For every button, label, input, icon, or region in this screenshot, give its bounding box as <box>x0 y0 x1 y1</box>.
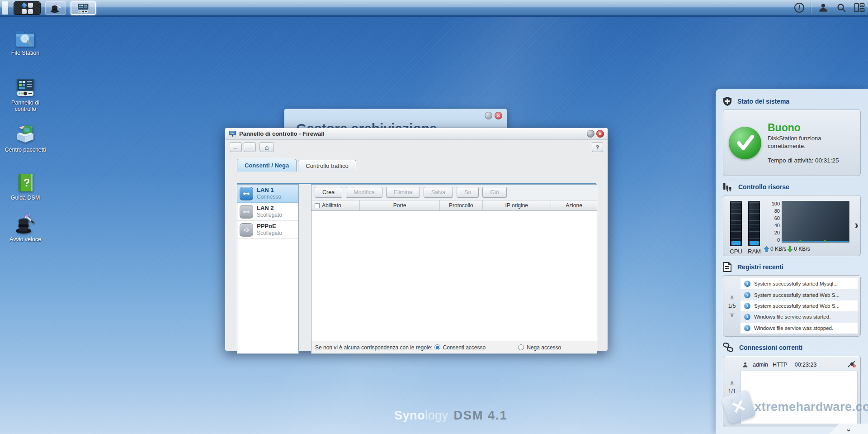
page-indicator: 1/5 <box>728 303 736 309</box>
back-button[interactable]: ← <box>230 142 242 152</box>
desktop-icon-label: Centro pacchetti <box>5 147 46 153</box>
page-indicator: 1/1 <box>728 388 736 395</box>
file-station-icon <box>14 27 36 48</box>
desktop-icon-package-center[interactable]: Centro pacchetti <box>5 123 46 153</box>
show-desktop-button[interactable] <box>2 1 8 14</box>
current-connections-header: Connessioni correnti <box>723 341 861 354</box>
rules-toolbar: Crea Modifica Elimina Salva Su Giù <box>311 185 597 200</box>
taskbar-separator <box>811 2 811 14</box>
info-icon: i <box>744 314 750 320</box>
edit-button[interactable]: Modifica <box>346 187 382 198</box>
tab-controllo-traffico[interactable]: Controllo traffico <box>298 160 356 172</box>
column-label: Protocollo <box>449 202 473 209</box>
user-menu-icon[interactable] <box>817 2 829 14</box>
svg-text:?: ? <box>24 176 30 189</box>
resource-monitor-card: CPU RAM 10080 6040 200 0 KB/s 0 KB/s › <box>723 195 861 256</box>
disconnect-icon[interactable] <box>848 361 856 369</box>
chevron-down-icon: ⌄ <box>846 425 852 433</box>
connection-protocol: HTTP <box>773 362 788 368</box>
shield-icon <box>723 96 732 106</box>
radio-selected-icon[interactable] <box>434 344 440 350</box>
move-down-button[interactable]: Giù <box>482 187 506 198</box>
uptime-label: Tempo di attività: <box>768 157 813 164</box>
tab-consenti-nega[interactable]: Consenti / Nega <box>237 159 297 172</box>
interface-item-lan2[interactable]: LAN 2 Scollegato <box>237 203 298 221</box>
save-button[interactable]: Salva <box>424 187 453 198</box>
chain-link-icon <box>723 343 734 353</box>
page-down-icon[interactable]: ∨ <box>730 312 734 318</box>
connection-user: admin <box>753 362 768 368</box>
home-button[interactable]: ⌂ <box>259 142 274 152</box>
desktop-icon-quick-start[interactable]: Avvio veloce <box>5 214 46 243</box>
search-icon[interactable] <box>835 2 847 14</box>
interface-item-pppoe[interactable]: PPPoE Scollegato <box>237 221 298 239</box>
window-titlebar[interactable]: Pannello di controllo - Firewall ✕ <box>225 128 608 140</box>
system-status-value: Buono <box>768 122 842 134</box>
upload-speed: 0 KB/s <box>770 246 786 252</box>
system-status-description: DiskStation funziona correttamente. <box>768 135 842 150</box>
widget-title: Controllo risorse <box>738 183 789 191</box>
delete-button[interactable]: Elimina <box>386 187 420 198</box>
page-up-icon[interactable]: ∧ <box>730 294 734 300</box>
widget-panel: Stato del sistema Buono DiskStation funz… <box>716 89 868 434</box>
select-all-checkbox[interactable] <box>315 203 320 208</box>
page-up-icon[interactable]: ∧ <box>730 380 734 386</box>
desktop-icon-dsm-help[interactable]: ? Guida DSM <box>5 173 46 201</box>
interface-status: Scollegato <box>257 230 282 237</box>
column-header-abilitato[interactable]: Abilitato <box>311 200 360 210</box>
tab-strip: Consenti / Nega Controllo traffico <box>225 160 608 172</box>
document-icon <box>723 262 732 272</box>
radio-unselected-icon[interactable] <box>518 344 524 350</box>
allow-access-option[interactable]: Consenti accesso <box>434 344 486 351</box>
logo-bold: Syno <box>394 409 425 422</box>
column-header-ip-origine[interactable]: IP origine <box>483 200 551 210</box>
control-panel-icon <box>14 78 36 98</box>
column-label: IP origine <box>505 202 528 209</box>
package-center-icon <box>14 123 36 145</box>
pilot-view-icon[interactable] <box>854 2 865 14</box>
tab-label: Controllo traffico <box>306 162 348 169</box>
page-down-icon[interactable]: ∨ <box>730 397 734 403</box>
desktop-icon-label: Guida DSM <box>5 195 46 201</box>
log-row: iSystem successfully started Mysql... <box>741 278 858 289</box>
column-header-azione[interactable]: Azione <box>551 200 597 210</box>
current-connections-card: ∧ 1/1 ∨ admin HTTP 00:23:23 <box>723 356 861 427</box>
column-label: Abilitato <box>322 202 341 209</box>
minimize-button[interactable] <box>485 112 492 119</box>
network-chart-axis: 10080 6040 200 <box>767 201 780 243</box>
log-text: Windows file service was started. <box>754 314 830 320</box>
main-menu-button[interactable] <box>14 1 41 15</box>
taskbar-app-control-panel[interactable] <box>71 1 96 15</box>
column-label: Azione <box>566 202 582 209</box>
desktop-icon-file-station[interactable]: File Station <box>5 27 46 56</box>
logs-pager: ∧ 1/5 ∨ <box>723 278 741 334</box>
desktop-icon-label: File Station <box>5 50 46 56</box>
log-text: System successfully started Mysql... <box>754 281 838 286</box>
option-label: Nega accesso <box>527 344 561 351</box>
gauge-label: CPU <box>730 248 742 255</box>
close-button[interactable]: ✕ <box>596 130 604 138</box>
minimize-button[interactable] <box>587 130 594 138</box>
taskbar: i <box>0 0 868 17</box>
widget-title: Registri recenti <box>737 263 783 271</box>
forward-button[interactable]: → <box>244 142 256 152</box>
magic-hat-icon <box>50 3 61 13</box>
notifications-icon[interactable]: i <box>794 3 804 13</box>
create-button[interactable]: Crea <box>315 187 342 198</box>
deny-access-option[interactable]: Nega accesso <box>518 344 561 351</box>
close-button[interactable]: ✕ <box>495 112 502 119</box>
control-panel-firewall-window: Pannello di controllo - Firewall ✕ ← → ⌂… <box>225 128 608 351</box>
open-resource-monitor-chevron[interactable]: › <box>854 219 859 231</box>
column-header-porte[interactable]: Porte <box>360 200 440 210</box>
gauge-label: RAM <box>748 248 760 255</box>
interface-item-lan1[interactable]: LAN 1 Connesso <box>237 185 298 203</box>
bar-chart-icon <box>723 182 733 191</box>
user-icon <box>742 362 748 368</box>
taskbar-app-quick-start[interactable] <box>45 1 66 15</box>
move-up-button[interactable]: Su <box>457 187 479 198</box>
column-header-protocollo[interactable]: Protocollo <box>440 200 483 210</box>
desktop-icon-control-panel[interactable]: Pannello di controllo <box>5 78 46 113</box>
log-text: System successfully started Web S... <box>754 303 840 309</box>
interface-list: LAN 1 Connesso LAN 2 Scollegato PPPoE <box>237 184 299 354</box>
help-button[interactable]: ? <box>592 142 603 152</box>
